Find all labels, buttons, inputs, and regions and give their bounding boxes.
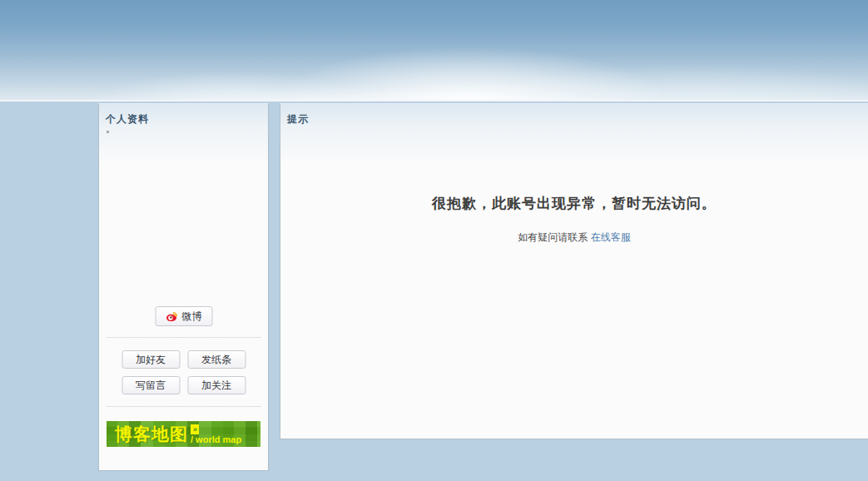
online-service-link[interactable]: 在线客服 <box>591 231 631 243</box>
blog-map-caption: » / world map <box>191 424 241 444</box>
weibo-eye-icon <box>166 310 179 323</box>
notice-title: 提示 <box>280 104 868 126</box>
write-message-button[interactable]: 写留言 <box>122 376 180 394</box>
dotted-separator <box>107 406 260 407</box>
add-friend-button[interactable]: 加好友 <box>122 350 180 369</box>
follow-button[interactable]: 加关注 <box>187 376 246 394</box>
account-error-message: 很抱歉，此账号出现异常，暂时无法访问。 <box>280 194 868 213</box>
double-arrow-icon: » <box>191 424 199 434</box>
blog-map-title: 博客地图 <box>115 425 188 443</box>
sky-cloud-header <box>0 0 868 102</box>
profile-action-buttons: 加好友 发纸条 写留言 加关注 <box>122 350 246 394</box>
dotted-separator <box>107 337 260 338</box>
weibo-button-label: 微博 <box>182 310 202 324</box>
contact-line: 如有疑问请联系 在线客服 <box>280 231 868 245</box>
send-note-button[interactable]: 发纸条 <box>187 350 246 369</box>
profile-sidebar: 个人资料 微博 加好友 发纸条 写留言 加关注 博客地图 » / world m… <box>98 103 269 471</box>
contact-prefix-text: 如有疑问请联系 <box>518 231 590 243</box>
weibo-button[interactable]: 微博 <box>155 306 212 326</box>
blog-map-banner[interactable]: 博客地图 » / world map <box>107 421 260 447</box>
sidebar-title: 个人资料 <box>99 104 268 126</box>
notice-panel: 提示 很抱歉，此账号出现异常，暂时无法访问。 如有疑问请联系 在线客服 <box>280 103 868 439</box>
avatar-placeholder-dot <box>107 131 109 133</box>
blog-map-subtitle: / world map <box>191 434 241 444</box>
